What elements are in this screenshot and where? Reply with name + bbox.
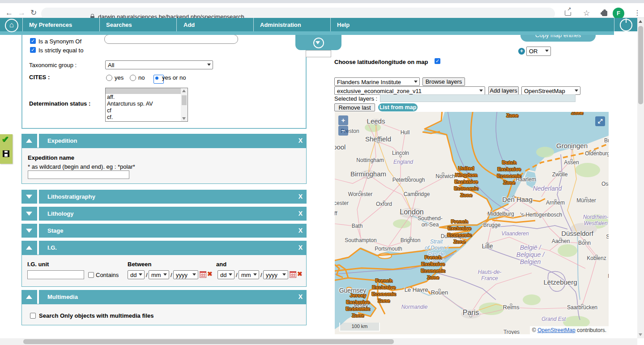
contains-checkbox[interactable] [88,272,94,278]
openstreetmap-link[interactable]: OpenStreetMap [537,327,576,333]
map[interactable]: PrestonLiverpoolLeedsHullSheffieldLincol… [335,112,609,334]
listbox-scroll-down[interactable] [182,117,186,120]
nav-item-searches[interactable]: Searches [106,21,132,28]
expedition-header[interactable]: Expedition X [39,134,307,148]
eez-zone-label: French Exclusive Economic Zone [372,277,397,304]
ig-header[interactable]: I.G. X [39,241,307,255]
nav-item-add[interactable]: Add [183,21,195,28]
from-calendar-icon[interactable] [200,271,206,278]
multimedia-close-x[interactable]: X [299,293,303,300]
vertical-scroll-thumb[interactable] [638,26,643,104]
stage-header[interactable]: Stage X [39,224,307,238]
from-clear-icon[interactable]: ✖ [207,270,213,277]
bookmark-star-icon[interactable]: ☆ [583,9,590,18]
map-place-label: Frankfurt [608,273,609,280]
determination-option[interactable]: aff. [106,94,188,101]
horizontal-scrollbar[interactable] [0,338,637,345]
to-month-select[interactable]: mm [239,270,259,279]
back-icon[interactable]: ← [5,9,13,17]
browser-toolbar: ← → ↻ darwin.naturalsciences.be/backend.… [0,3,644,18]
to-clear-icon[interactable]: ✖ [297,270,303,277]
scroll-down-arrow[interactable] [639,333,642,336]
contains-label: Contains [96,272,119,278]
eez-zone-label: United Kingdom Exclusive Economic Zone [454,165,479,199]
multimedia-header[interactable]: Multimedia X [39,290,307,304]
from-year-select[interactable]: yyyy [173,270,198,279]
listbox-scroll-up[interactable] [182,89,186,92]
to-year-select[interactable]: yyyy [263,270,288,279]
browser-menu-icon[interactable]: ⋮ [634,9,641,17]
lithology-expand-button[interactable] [21,207,37,221]
from-day-select[interactable]: dd [128,270,145,279]
add-condition-plus-icon[interactable]: + [518,48,525,55]
expedition-close-x[interactable]: X [299,137,303,144]
determination-option[interactable]: Antarcturus sp. AV [106,101,188,107]
expedition-name-input[interactable] [28,170,129,179]
cites-yes-radio[interactable] [106,75,112,81]
reload-icon[interactable]: ↻ [30,9,37,17]
list-from-map-button[interactable]: List from map [378,103,418,111]
layer-select[interactable]: exclusive_economical_zone_v11 [334,86,485,95]
listbox-scroll-thumb[interactable] [182,95,187,105]
map-fullscreen-button[interactable]: ⤢ [595,116,605,126]
add-layers-button[interactable]: Add layers [488,86,519,95]
expedition-collapse-button[interactable] [21,134,37,148]
taxonomic-group-select[interactable]: All [105,60,213,69]
vertical-scrollbar[interactable] [637,18,644,338]
choose-latlong-checkbox[interactable]: ✓ [435,58,440,64]
expedition-wildcard-hint: * as wildcard (begin and end). eg : *pol… [28,163,135,170]
determination-option[interactable] [106,88,188,94]
ig-collapse-button[interactable] [21,241,37,255]
map-zoom-in-button[interactable]: + [338,115,348,125]
layer-value: exclusive_economical_zone_v11 [337,88,422,94]
lithology-header[interactable]: Lithology X [39,207,307,221]
basemap-select[interactable]: OpenStreetMap [521,86,580,95]
nav-separator [614,18,614,31]
logout-power-icon[interactable] [620,19,632,31]
collapse-panel-tab[interactable] [295,35,341,50]
layer-source-select[interactable]: Flanders Marine Institute [334,77,420,86]
determination-status-listbox[interactable]: aff.Antarcturus sp. AVcfcf. [105,88,188,122]
ig-unit-input[interactable] [27,270,84,279]
strictly-equal-checkbox[interactable]: ✓ [30,47,36,53]
map-place-label: Saarbrücken [567,305,597,311]
to-day-select[interactable]: dd [218,270,235,279]
nav-item-help[interactable]: Help [337,21,350,28]
save-floppy-icon[interactable] [3,150,9,157]
chevron-down-icon [316,41,320,44]
selected-layers-input[interactable] [380,94,576,102]
lithostratigraphy-close-x[interactable]: X [299,193,303,200]
synonym-checkbox[interactable]: ✓ [30,38,36,44]
validate-check-icon[interactable]: ✔ [1,134,9,145]
share-icon[interactable] [565,10,571,16]
to-calendar-icon[interactable] [290,271,296,278]
scroll-up-arrow[interactable] [639,20,642,23]
from-month-select[interactable]: mm [149,270,169,279]
map-place-label: Bonn [578,240,591,247]
lithostratigraphy-expand-button[interactable] [21,190,37,204]
or-operator-select[interactable]: OR [526,47,551,56]
map-zoom-out-button[interactable]: − [338,126,348,136]
determination-option[interactable]: cf [106,107,188,114]
multimedia-collapse-button[interactable] [21,290,37,304]
determination-option[interactable]: cf. [106,114,188,121]
lithology-close-x[interactable]: X [299,210,303,217]
map-place-label: Nederland [533,185,562,192]
horizontal-scroll-thumb[interactable] [23,339,394,344]
browse-layers-button[interactable]: Browse layers [422,77,465,86]
remove-last-button[interactable]: Remove last [334,103,375,111]
lithostratigraphy-header[interactable]: Lithostratigraphy X [39,190,307,204]
small-input[interactable] [306,50,331,57]
nav-item-my-preferences[interactable]: My Preferences [29,21,72,28]
home-icon[interactable]: ⌂ [5,19,18,32]
listbox-scrollbar[interactable] [181,88,188,121]
ig-close-x[interactable]: X [299,244,303,251]
forward-icon[interactable]: → [18,9,26,17]
extensions-icon[interactable] [602,11,607,16]
stage-expand-button[interactable] [21,224,37,238]
synonym-input[interactable] [104,34,238,44]
multimedia-only-checkbox[interactable] [30,313,36,319]
stage-close-x[interactable]: X [299,227,303,234]
cites-no-radio[interactable] [130,75,136,81]
nav-item-administration[interactable]: Administration [260,21,301,28]
